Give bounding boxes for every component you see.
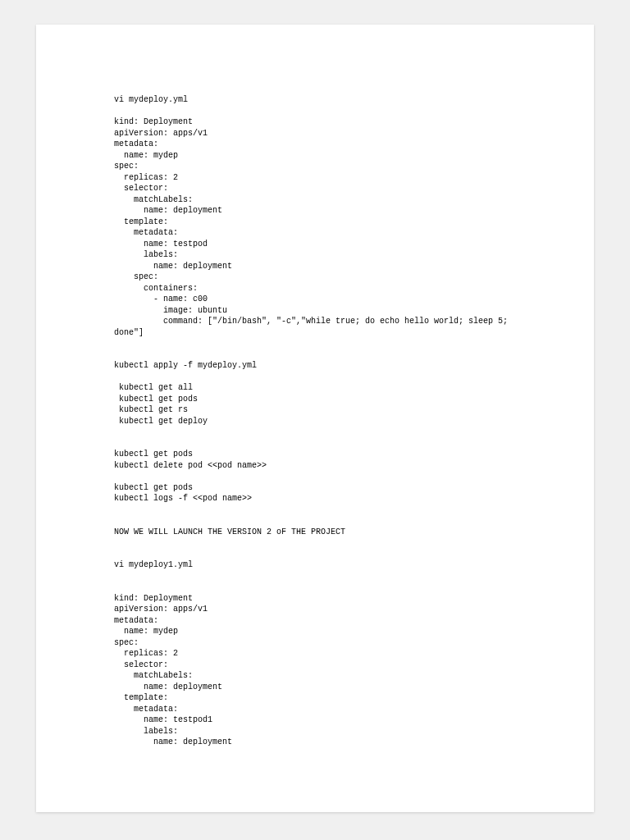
document-page: vi mydeploy.yml kind: Deployment apiVers…: [36, 25, 594, 812]
code-text: vi mydeploy.yml kind: Deployment apiVers…: [114, 94, 516, 748]
